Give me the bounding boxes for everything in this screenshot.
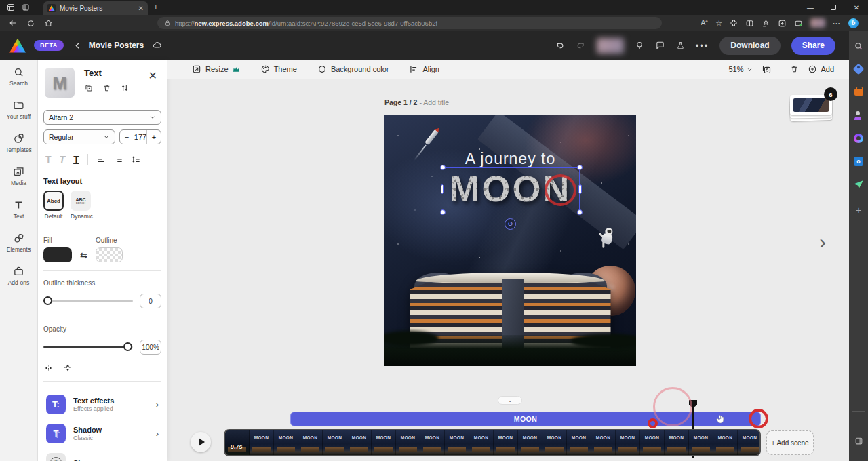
zoom-control[interactable]: 51% [728,65,753,73]
games-people-icon[interactable] [853,110,864,121]
resize-handle[interactable] [440,165,446,170]
text-effects-row[interactable]: T: Text effects Effects applied › [43,390,161,419]
font-size-increase-button[interactable]: + [147,130,161,144]
add-scene-button[interactable]: + Add scene [766,430,814,455]
experiments-flask-icon[interactable] [676,41,685,51]
outline-thickness-value[interactable]: 0 [140,294,161,308]
background-color-button[interactable]: Background color [317,64,389,74]
flip-horizontal-icon[interactable] [43,363,54,373]
sidebar-item-templates[interactable]: Templates [0,126,37,159]
sidebar-item-your-stuff[interactable]: Your stuff [0,93,37,126]
add-sidebar-app-icon[interactable]: + [853,205,864,216]
tab-close-icon[interactable]: ✕ [138,5,144,12]
resize-handle[interactable] [577,165,583,170]
ideas-lightbulb-icon[interactable] [635,41,644,51]
split-screen-icon[interactable] [745,19,754,28]
playhead-handle[interactable] [689,400,697,408]
sidebar-item-elements[interactable]: Elements [0,226,37,259]
theme-button[interactable]: Theme [260,64,297,74]
window-close-button[interactable]: ✕ [845,0,868,15]
vertical-tabs-icon[interactable] [22,3,30,12]
line-spacing-icon[interactable] [132,155,141,164]
shopping-tag-icon[interactable] [853,64,864,75]
list-icon[interactable] [114,155,123,164]
resize-handle-side[interactable] [441,184,444,194]
rotate-handle[interactable]: ↺ [505,218,516,230]
underline-button[interactable]: T [73,154,79,165]
address-bar[interactable]: https://new.express.adobe.com/id/urn:aai… [157,17,662,29]
tab-groups-icon[interactable] [778,19,787,28]
sidebar-panel-icon[interactable] [853,435,864,446]
back-to-home-icon[interactable] [73,41,82,50]
text-align-icon[interactable] [96,155,106,164]
add-title-hint[interactable]: - Add title [419,98,449,106]
layout-dynamic-option[interactable]: ABCDEFGH [71,191,91,211]
browser-tab[interactable]: Movie Posters ✕ [43,1,148,15]
share-button[interactable]: Share [791,37,835,55]
italic-button[interactable]: T [60,154,66,165]
align-button[interactable]: Align [409,64,439,74]
outline-color-swatch[interactable] [96,247,123,262]
poster-subtitle-text[interactable]: A journey to [384,150,636,168]
bold-button[interactable]: T [45,154,52,165]
document-title[interactable]: Movie Posters [89,41,144,50]
window-minimize-button[interactable]: — [799,0,822,15]
timeline-filmstrip[interactable]: MOONMOONMOONMOONMOONMOONMOONMOONMOONMOON… [224,429,761,456]
fill-color-swatch[interactable] [43,247,72,262]
delete-page-icon[interactable] [790,64,799,74]
comments-icon[interactable] [655,41,665,50]
layout-default-option[interactable]: Abcd [43,191,64,211]
delete-icon[interactable] [102,83,111,93]
resize-handle-side[interactable] [578,184,582,194]
arrange-layers-icon[interactable] [120,83,130,93]
swap-fill-outline-icon[interactable]: ⇆ [80,250,87,260]
flip-vertical-icon[interactable] [63,363,73,373]
more-options-icon[interactable]: ••• [696,41,709,51]
shape-row[interactable]: T Shape › [43,448,161,461]
font-family-select[interactable]: Alfarn 2 [43,110,161,125]
bing-copilot-icon[interactable]: b [848,18,859,28]
sidebar-item-media[interactable]: Media [0,159,37,193]
collapse-timeline-button[interactable]: ⌄ [498,396,522,405]
close-panel-icon[interactable]: ✕ [146,68,160,83]
copilot-icon[interactable] [853,133,864,144]
timeline-text-clip[interactable]: MOON [290,412,761,426]
read-aloud-icon[interactable]: AA [701,19,708,26]
refresh-icon[interactable] [22,19,39,28]
page-stack-thumbnail[interactable]: 6 [787,94,836,122]
download-button[interactable]: Download [719,37,780,55]
shadow-row[interactable]: T Shadow Classic › [43,419,161,448]
favorites-icon[interactable]: ☆ [715,19,722,28]
extensions-icon[interactable] [730,19,738,27]
window-maximize-button[interactable] [822,0,845,15]
home-icon[interactable] [39,19,57,28]
workspaces-icon[interactable] [7,3,15,12]
font-size-decrease-button[interactable]: − [120,130,134,144]
opacity-slider[interactable] [43,346,133,348]
browser-essentials-icon[interactable] [794,19,803,28]
poster-canvas[interactable]: A journey to MOON ↺ [384,115,636,366]
add-page-button[interactable]: Add [808,64,834,74]
profile-avatar[interactable] [810,18,825,28]
resize-button[interactable]: Resize [192,64,240,74]
font-weight-select[interactable]: Regular [43,129,115,144]
adobe-express-logo[interactable] [9,39,26,53]
sidebar-item-search[interactable]: Search [0,60,37,93]
play-button[interactable] [191,432,211,452]
outline-thickness-slider[interactable] [43,300,133,302]
sidebar-item-text[interactable]: Text [0,193,37,226]
new-tab-button[interactable]: + [153,2,159,12]
resize-handle[interactable] [577,209,583,215]
resize-handle[interactable] [440,209,446,215]
slider-knob[interactable] [43,296,52,305]
sidebar-item-add-ons[interactable]: Add-ons [0,259,37,292]
duplicate-page-icon[interactable] [762,64,772,75]
back-icon[interactable] [4,18,22,28]
redo-icon[interactable] [576,41,586,50]
collections-icon[interactable] [762,19,770,28]
tools-briefcase-icon[interactable] [853,87,864,98]
opacity-value[interactable]: 100% [140,340,161,355]
duplicate-icon[interactable] [84,83,94,93]
drop-paper-plane-icon[interactable] [853,179,864,190]
settings-menu-icon[interactable]: ⋯ [833,19,841,28]
